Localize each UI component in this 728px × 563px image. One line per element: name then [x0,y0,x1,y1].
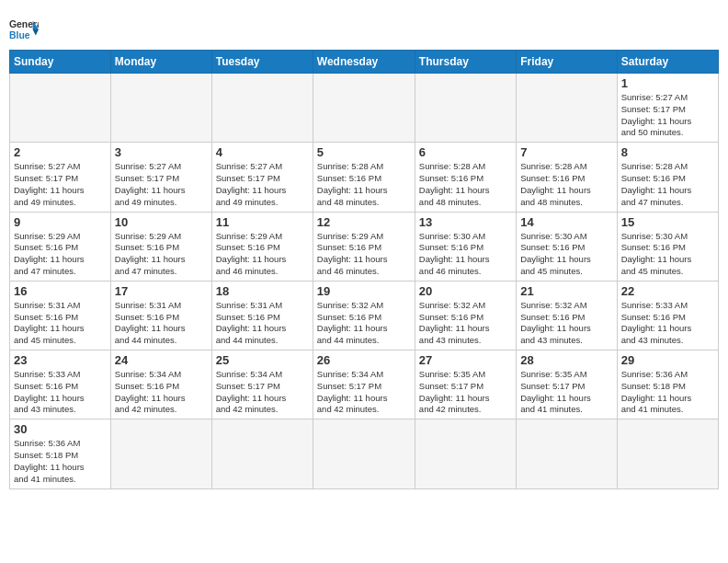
calendar-cell: 21Sunrise: 5:32 AM Sunset: 5:16 PM Dayli… [517,281,617,350]
calendar-cell: 3Sunrise: 5:27 AM Sunset: 5:17 PM Daylig… [110,143,211,212]
day-number: 11 [216,215,309,229]
calendar-cell: 28Sunrise: 5:35 AM Sunset: 5:17 PM Dayli… [517,350,617,419]
day-info: Sunrise: 5:27 AM Sunset: 5:17 PM Dayligh… [621,92,714,139]
calendar-cell [517,419,617,488]
day-number: 16 [14,284,107,298]
calendar-week-row: 16Sunrise: 5:31 AM Sunset: 5:16 PM Dayli… [10,281,719,350]
day-number: 19 [317,284,411,298]
day-info: Sunrise: 5:34 AM Sunset: 5:17 PM Dayligh… [317,369,411,416]
day-info: Sunrise: 5:33 AM Sunset: 5:16 PM Dayligh… [621,300,714,347]
day-number: 18 [216,284,309,298]
calendar-cell [617,419,718,488]
day-info: Sunrise: 5:34 AM Sunset: 5:17 PM Dayligh… [216,369,309,416]
calendar-cell [211,74,313,143]
day-info: Sunrise: 5:30 AM Sunset: 5:16 PM Dayligh… [621,231,714,278]
day-of-week-header: Tuesday [211,51,313,74]
svg-marker-3 [33,29,39,35]
calendar-cell [517,74,617,143]
day-info: Sunrise: 5:32 AM Sunset: 5:16 PM Dayligh… [419,300,512,347]
calendar-cell [10,74,111,143]
day-number: 21 [520,284,612,298]
day-info: Sunrise: 5:28 AM Sunset: 5:16 PM Dayligh… [520,161,612,208]
day-info: Sunrise: 5:36 AM Sunset: 5:18 PM Dayligh… [14,438,107,485]
day-number: 10 [115,215,208,229]
days-of-week-row: SundayMondayTuesdayWednesdayThursdayFrid… [10,51,719,74]
day-info: Sunrise: 5:31 AM Sunset: 5:16 PM Dayligh… [115,300,208,347]
day-number: 4 [216,145,309,159]
calendar-cell: 29Sunrise: 5:36 AM Sunset: 5:18 PM Dayli… [617,350,718,419]
day-number: 29 [621,353,714,367]
calendar-week-row: 1Sunrise: 5:27 AM Sunset: 5:17 PM Daylig… [10,74,719,143]
page-header: General Blue [9,9,719,44]
calendar-week-row: 30Sunrise: 5:36 AM Sunset: 5:18 PM Dayli… [10,419,719,488]
calendar-cell: 8Sunrise: 5:28 AM Sunset: 5:16 PM Daylig… [617,143,718,212]
calendar-cell [211,419,313,488]
calendar-cell: 13Sunrise: 5:30 AM Sunset: 5:16 PM Dayli… [415,212,516,281]
day-info: Sunrise: 5:31 AM Sunset: 5:16 PM Dayligh… [14,300,107,347]
day-number: 7 [520,145,612,159]
calendar-cell: 24Sunrise: 5:34 AM Sunset: 5:16 PM Dayli… [110,350,211,419]
day-info: Sunrise: 5:35 AM Sunset: 5:17 PM Dayligh… [419,369,512,416]
day-number: 13 [419,215,512,229]
day-info: Sunrise: 5:34 AM Sunset: 5:16 PM Dayligh… [115,369,208,416]
day-number: 15 [621,215,714,229]
day-info: Sunrise: 5:28 AM Sunset: 5:16 PM Dayligh… [317,161,411,208]
calendar-week-row: 2Sunrise: 5:27 AM Sunset: 5:17 PM Daylig… [10,143,719,212]
logo: General Blue [9,15,39,44]
day-number: 24 [115,353,208,367]
day-number: 25 [216,353,309,367]
day-number: 5 [317,145,411,159]
svg-text:Blue: Blue [9,30,30,40]
day-number: 14 [520,215,612,229]
day-number: 6 [419,145,512,159]
calendar-cell: 9Sunrise: 5:29 AM Sunset: 5:16 PM Daylig… [10,212,111,281]
day-number: 26 [317,353,411,367]
calendar-cell: 10Sunrise: 5:29 AM Sunset: 5:16 PM Dayli… [110,212,211,281]
day-info: Sunrise: 5:30 AM Sunset: 5:16 PM Dayligh… [419,231,512,278]
day-info: Sunrise: 5:27 AM Sunset: 5:17 PM Dayligh… [14,161,107,208]
day-number: 12 [317,215,411,229]
calendar-week-row: 23Sunrise: 5:33 AM Sunset: 5:16 PM Dayli… [10,350,719,419]
calendar-cell: 11Sunrise: 5:29 AM Sunset: 5:16 PM Dayli… [211,212,313,281]
day-number: 1 [621,76,714,90]
day-number: 17 [115,284,208,298]
day-info: Sunrise: 5:32 AM Sunset: 5:16 PM Dayligh… [520,300,612,347]
day-number: 9 [14,215,107,229]
calendar-cell [313,74,415,143]
calendar-table: SundayMondayTuesdayWednesdayThursdayFrid… [9,50,719,489]
calendar-header: SundayMondayTuesdayWednesdayThursdayFrid… [10,51,719,74]
calendar-cell: 19Sunrise: 5:32 AM Sunset: 5:16 PM Dayli… [313,281,415,350]
day-of-week-header: Saturday [617,51,718,74]
calendar-week-row: 9Sunrise: 5:29 AM Sunset: 5:16 PM Daylig… [10,212,719,281]
calendar-cell: 30Sunrise: 5:36 AM Sunset: 5:18 PM Dayli… [10,419,111,488]
day-of-week-header: Monday [110,51,211,74]
day-info: Sunrise: 5:36 AM Sunset: 5:18 PM Dayligh… [621,369,714,416]
calendar-cell: 14Sunrise: 5:30 AM Sunset: 5:16 PM Dayli… [517,212,617,281]
day-of-week-header: Thursday [415,51,516,74]
day-number: 22 [621,284,714,298]
day-number: 27 [419,353,512,367]
calendar-cell: 27Sunrise: 5:35 AM Sunset: 5:17 PM Dayli… [415,350,516,419]
calendar-cell [110,419,211,488]
calendar-cell: 20Sunrise: 5:32 AM Sunset: 5:16 PM Dayli… [415,281,516,350]
calendar-cell: 25Sunrise: 5:34 AM Sunset: 5:17 PM Dayli… [211,350,313,419]
calendar-cell: 12Sunrise: 5:29 AM Sunset: 5:16 PM Dayli… [313,212,415,281]
calendar-cell: 17Sunrise: 5:31 AM Sunset: 5:16 PM Dayli… [110,281,211,350]
day-info: Sunrise: 5:30 AM Sunset: 5:16 PM Dayligh… [520,231,612,278]
calendar-cell: 22Sunrise: 5:33 AM Sunset: 5:16 PM Dayli… [617,281,718,350]
calendar-cell: 23Sunrise: 5:33 AM Sunset: 5:16 PM Dayli… [10,350,111,419]
calendar-cell: 15Sunrise: 5:30 AM Sunset: 5:16 PM Dayli… [617,212,718,281]
day-number: 30 [14,422,107,436]
day-info: Sunrise: 5:27 AM Sunset: 5:17 PM Dayligh… [216,161,309,208]
day-of-week-header: Wednesday [313,51,415,74]
calendar-cell: 2Sunrise: 5:27 AM Sunset: 5:17 PM Daylig… [10,143,111,212]
calendar-cell: 26Sunrise: 5:34 AM Sunset: 5:17 PM Dayli… [313,350,415,419]
day-number: 20 [419,284,512,298]
day-number: 23 [14,353,107,367]
day-info: Sunrise: 5:29 AM Sunset: 5:16 PM Dayligh… [317,231,411,278]
day-info: Sunrise: 5:29 AM Sunset: 5:16 PM Dayligh… [115,231,208,278]
day-info: Sunrise: 5:32 AM Sunset: 5:16 PM Dayligh… [317,300,411,347]
day-info: Sunrise: 5:28 AM Sunset: 5:16 PM Dayligh… [621,161,714,208]
day-info: Sunrise: 5:35 AM Sunset: 5:17 PM Dayligh… [520,369,612,416]
day-number: 2 [14,145,107,159]
